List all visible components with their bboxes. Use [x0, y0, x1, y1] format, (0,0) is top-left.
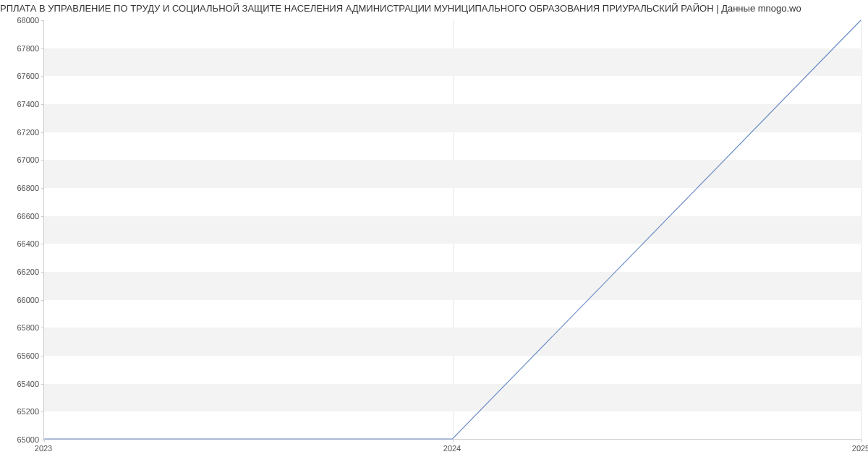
y-tick-mark — [41, 104, 44, 105]
y-tick-label: 67600 — [4, 72, 39, 80]
y-tick-mark — [41, 272, 44, 273]
y-tick-label: 67800 — [4, 44, 39, 53]
y-tick-label: 66800 — [4, 184, 39, 192]
y-tick-label: 68000 — [4, 16, 39, 25]
y-tick-mark — [41, 411, 44, 412]
y-tick-label: 66000 — [4, 296, 39, 304]
x-tick-mark — [861, 439, 862, 442]
y-tick-mark — [41, 188, 44, 189]
y-tick-label: 67000 — [4, 155, 39, 164]
y-tick-mark — [41, 216, 44, 217]
chart-container: РПЛАТА В УПРАВЛЕНИЕ ПО ТРУДУ И СОЦИАЛЬНО… — [0, 0, 868, 470]
y-tick-label: 66200 — [4, 268, 39, 276]
y-tick-mark — [41, 244, 44, 244]
x-tick-label: 2025 — [852, 444, 868, 453]
y-tick-label: 65000 — [4, 435, 39, 444]
y-tick-mark — [41, 20, 44, 21]
chart-line-layer — [44, 20, 861, 439]
y-tick-mark — [41, 132, 44, 133]
y-tick-mark — [41, 76, 44, 77]
x-tick-label: 2023 — [35, 444, 52, 453]
y-tick-label: 65600 — [4, 351, 39, 360]
y-tick-label: 65200 — [4, 407, 39, 416]
x-tick-label: 2024 — [443, 444, 461, 453]
y-tick-label: 65800 — [4, 323, 39, 332]
y-tick-label: 66400 — [4, 239, 39, 248]
plot-area — [43, 20, 861, 440]
y-tick-mark — [41, 48, 44, 49]
x-gridline — [861, 20, 862, 439]
x-tick-mark — [453, 439, 454, 442]
y-tick-label: 67400 — [4, 100, 39, 108]
chart-title: РПЛАТА В УПРАВЛЕНИЕ ПО ТРУДУ И СОЦИАЛЬНО… — [0, 3, 868, 14]
y-tick-mark — [41, 328, 44, 328]
y-tick-mark — [41, 384, 44, 385]
y-tick-label: 66600 — [4, 212, 39, 221]
y-tick-mark — [41, 160, 44, 161]
y-tick-mark — [41, 300, 44, 301]
x-tick-mark — [44, 439, 45, 442]
y-tick-label: 67200 — [4, 128, 39, 137]
y-tick-label: 65400 — [4, 380, 39, 388]
y-tick-mark — [41, 356, 44, 356]
